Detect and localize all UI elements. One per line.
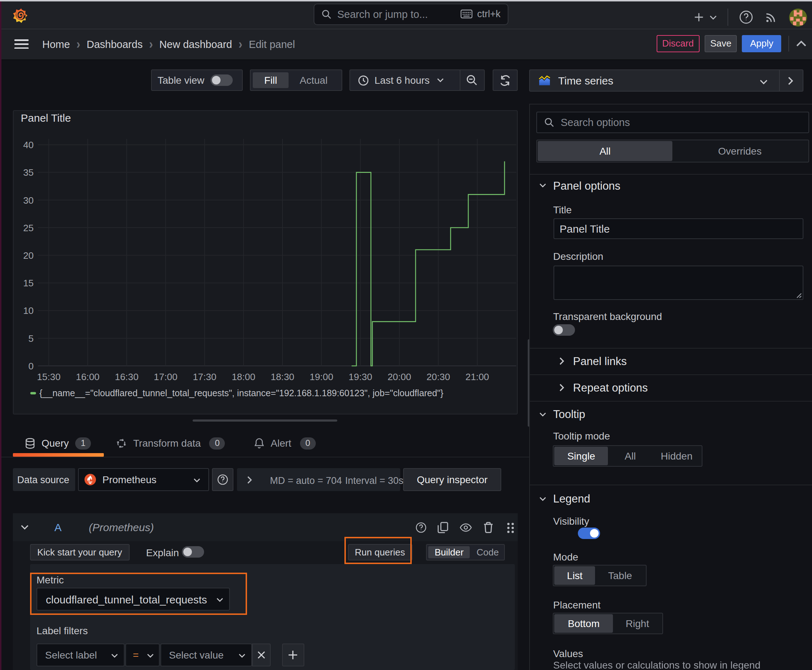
svg-text:20:00: 20:00: [387, 371, 411, 382]
svg-text:15: 15: [23, 277, 34, 288]
svg-text:35: 35: [23, 167, 34, 178]
svg-text:30: 30: [23, 195, 34, 205]
svg-text:17:30: 17:30: [193, 371, 216, 382]
svg-text:19:30: 19:30: [349, 371, 372, 382]
svg-text:18:00: 18:00: [232, 371, 255, 382]
svg-text:15:30: 15:30: [37, 371, 61, 382]
svg-text:40: 40: [23, 139, 34, 150]
svg-text:16:00: 16:00: [76, 371, 100, 382]
svg-text:{__name__="cloudflared_tunnel_: {__name__="cloudflared_tunnel_total_requ…: [39, 387, 443, 398]
svg-text:25: 25: [23, 222, 34, 233]
svg-text:5: 5: [28, 333, 34, 343]
svg-text:20:30: 20:30: [426, 371, 450, 382]
svg-text:18:30: 18:30: [271, 371, 294, 382]
svg-text:17:00: 17:00: [154, 371, 178, 382]
svg-text:20: 20: [23, 250, 34, 261]
svg-text:16:30: 16:30: [115, 371, 139, 382]
svg-text:21:00: 21:00: [465, 371, 489, 382]
svg-text:19:00: 19:00: [310, 371, 333, 382]
svg-text:0: 0: [28, 360, 34, 371]
svg-text:10: 10: [23, 305, 34, 316]
